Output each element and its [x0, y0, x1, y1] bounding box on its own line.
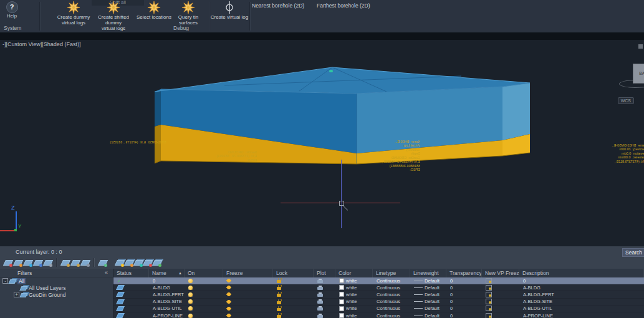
viewcube-wcs-menu[interactable]: WCS — [618, 97, 634, 104]
column-header-description[interactable]: Description — [519, 269, 644, 277]
lineweight-cell[interactable]: Default — [410, 278, 446, 284]
layer-plot-toggle-icon[interactable] — [317, 294, 323, 297]
set-current-layer-icon[interactable] — [153, 258, 161, 266]
lineweight-cell[interactable]: Default — [410, 299, 446, 304]
linetype-cell[interactable]: Continuous — [373, 299, 410, 304]
borehole-button-2[interactable]: Farthest borehole (2D) — [317, 2, 370, 9]
layer-states-icon[interactable] — [44, 258, 52, 266]
transparency-cell[interactable]: 0 — [446, 306, 482, 311]
debug-button-2[interactable]: Create shifted dummy virtual logs — [94, 1, 133, 31]
debug-button-4[interactable]: Query tin surfaces — [168, 1, 208, 26]
new-vp-freeze-toggle-icon[interactable] — [486, 278, 492, 284]
new-vp-freeze-toggle-icon[interactable] — [486, 299, 492, 304]
filter-tree-item-all-used-layers[interactable]: All Used Layers — [0, 284, 113, 291]
layer-prev-icon[interactable] — [81, 258, 89, 266]
new-vp-freeze-toggle-icon[interactable] — [486, 306, 492, 311]
layer-color-cell[interactable]: white — [335, 299, 373, 304]
description-cell[interactable]: A-BLDG-UTIL — [519, 306, 644, 311]
layer-freeze-toggle-icon[interactable] — [227, 292, 231, 296]
column-header-transparency[interactable]: Transparency — [446, 269, 482, 277]
lineweight-cell[interactable]: Default — [410, 292, 446, 297]
layer-color-cell[interactable]: white — [335, 285, 373, 291]
layer-lock-toggle-icon[interactable] — [277, 280, 281, 283]
layer-freeze-toggle-icon[interactable] — [227, 314, 231, 317]
column-header-new-vp-freeze[interactable]: New VP Freeze — [482, 269, 519, 277]
layer-walk-icon[interactable] — [61, 258, 69, 266]
column-header-on[interactable]: On — [185, 269, 223, 277]
lineweight-cell[interactable]: Default — [410, 313, 446, 318]
column-header-lineweight[interactable]: Lineweight — [410, 269, 446, 277]
linetype-cell[interactable]: Continuous — [373, 285, 410, 291]
tin-solid-model[interactable] — [155, 67, 530, 164]
search-layer-field[interactable]: Search — [622, 248, 644, 257]
layer-match-icon[interactable] — [71, 258, 79, 266]
layer-plot-toggle-icon[interactable] — [317, 280, 323, 283]
help-button[interactable]: ? Help — [2, 1, 21, 23]
layer-row-0[interactable]: ✓0whiteContinuousDefault00 — [113, 277, 644, 284]
column-header-plot[interactable]: Plot — [314, 269, 335, 277]
description-cell[interactable]: A-BLDG-FPRT — [519, 292, 644, 297]
model-left-sliver-blue[interactable] — [155, 89, 161, 127]
expand-node-icon[interactable]: + — [14, 292, 19, 297]
borehole-button-1[interactable]: Nearest borehole (2D) — [252, 2, 304, 9]
layer-isolate-icon[interactable] — [24, 258, 32, 266]
layer-row-A-BLDG[interactable]: A-BLDGwhiteContinuousDefault0A-BLDG — [113, 284, 644, 291]
transparency-cell[interactable]: 0 — [446, 299, 482, 304]
layer-on-toggle-icon[interactable] — [188, 306, 193, 311]
column-header-linetype[interactable]: Linetype — [373, 269, 410, 277]
layer-lock-toggle-icon[interactable] — [277, 308, 281, 311]
description-cell[interactable]: 0 — [519, 278, 644, 284]
layer-row-A-BLDG-SITE[interactable]: A-BLDG-SITEwhiteContinuousDefault0A-BLDG… — [113, 299, 644, 306]
layer-plot-toggle-icon[interactable] — [317, 287, 323, 290]
description-cell[interactable]: A-BLDG — [519, 285, 644, 291]
layer-lock-toggle-icon[interactable] — [277, 294, 281, 297]
layer-lock-icon[interactable] — [34, 258, 42, 266]
layer-color-cell[interactable]: white — [335, 292, 373, 297]
model-right-face-blue[interactable] — [502, 83, 530, 140]
delete-layer-icon[interactable] — [143, 258, 151, 266]
layer-settings-icon[interactable] — [99, 258, 107, 266]
new-vp-freeze-toggle-icon[interactable] — [486, 285, 492, 291]
layer-freeze-toggle-icon[interactable] — [227, 300, 231, 304]
filter-tree-item-all[interactable]: -All — [0, 277, 113, 284]
debug-button-5[interactable]: Create virtual log — [209, 1, 249, 20]
new-vp-freeze-toggle-icon[interactable] — [486, 292, 492, 297]
transparency-cell[interactable]: 0 — [446, 292, 482, 297]
new-layer-all-vp-icon[interactable] — [134, 258, 142, 266]
filter-tree-item-geodin-ground[interactable]: +GeoDin Ground — [0, 291, 113, 298]
description-cell[interactable]: A-BLDG-SITE — [519, 299, 644, 304]
new-layer-vp-frozen-icon[interactable] — [125, 258, 133, 266]
layer-on-toggle-icon[interactable] — [188, 314, 193, 318]
debug-button-1[interactable]: Create dummy virtual logs — [54, 1, 94, 26]
drawing-viewport[interactable]: -][Custom View][Shaded (Fast)] — [0, 32, 644, 246]
layer-freeze-toggle-icon[interactable] — [227, 307, 231, 311]
linetype-cell[interactable]: Continuous — [373, 292, 410, 297]
layer-row-A-PROP-LINE[interactable]: A-PROP-LINEwhiteContinuousDefault0A-PROP… — [113, 312, 644, 318]
column-header-freeze[interactable]: Freeze — [223, 269, 273, 277]
layer-lock-toggle-icon[interactable] — [277, 301, 281, 304]
new-layer-icon[interactable] — [115, 258, 123, 266]
layer-lock-toggle-icon[interactable] — [277, 315, 281, 318]
layer-on-toggle-icon[interactable] — [188, 279, 193, 283]
collapse-filters-button[interactable]: « — [105, 269, 108, 276]
column-header-lock[interactable]: Lock — [273, 269, 314, 277]
description-cell[interactable]: A-PROP-LINE — [519, 313, 644, 318]
layer-on-toggle-icon[interactable] — [188, 299, 193, 304]
layer-off-icon[interactable] — [4, 258, 12, 266]
layer-freeze-toggle-icon[interactable] — [227, 286, 231, 289]
layer-color-cell[interactable]: white — [335, 306, 373, 311]
column-header-status[interactable]: Status — [113, 269, 149, 277]
new-vp-freeze-toggle-icon[interactable] — [486, 313, 492, 318]
layer-color-cell[interactable]: white — [335, 278, 373, 284]
layer-row-A-BLDG-FPRT[interactable]: A-BLDG-FPRTwhiteContinuousDefault0A-BLDG… — [113, 291, 644, 298]
layer-freeze-toggle-icon[interactable] — [227, 279, 231, 282]
survey-point-marker[interactable] — [329, 70, 333, 72]
linetype-cell[interactable]: Continuous — [373, 278, 410, 284]
viewcube[interactable]: BAC — [633, 64, 644, 84]
transparency-cell[interactable]: 0 — [446, 285, 482, 291]
layer-on-toggle-icon[interactable] — [188, 292, 193, 297]
lineweight-cell[interactable]: Default — [410, 285, 446, 291]
layer-plot-toggle-icon[interactable] — [317, 307, 323, 311]
transparency-cell[interactable]: 0 — [446, 278, 482, 284]
layer-plot-toggle-icon[interactable] — [317, 301, 323, 304]
